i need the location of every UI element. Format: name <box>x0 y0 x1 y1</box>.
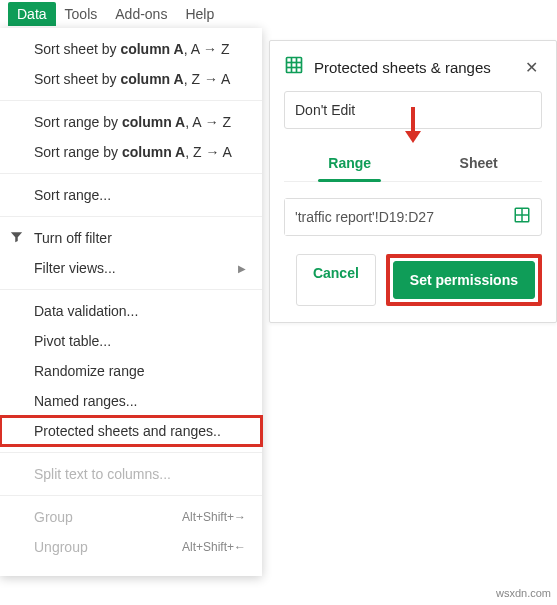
separator <box>0 289 262 290</box>
separator <box>0 173 262 174</box>
ungroup: Ungroup Alt+Shift+← <box>0 532 262 562</box>
sort-range[interactable]: Sort range... <box>0 180 262 210</box>
sort-sheet-za[interactable]: Sort sheet by column A, Z → A <box>0 64 262 94</box>
shortcut-text: Alt+Shift+← <box>182 540 246 554</box>
tabs: Range Sheet <box>284 145 542 182</box>
sort-range-za[interactable]: Sort range by column A, Z → A <box>0 137 262 167</box>
group: Group Alt+Shift+→ <box>0 502 262 532</box>
svg-marker-6 <box>405 131 421 143</box>
protected-sheets-panel: Protected sheets & ranges ✕ Range Sheet … <box>269 40 557 323</box>
tab-range[interactable]: Range <box>324 145 375 181</box>
pivot-table[interactable]: Pivot table... <box>0 326 262 356</box>
close-icon[interactable]: ✕ <box>521 56 542 79</box>
menu-tools[interactable]: Tools <box>56 2 107 26</box>
spreadsheet-icon <box>284 55 304 79</box>
select-range-icon[interactable] <box>503 200 541 234</box>
set-permissions-button[interactable]: Set permissions <box>393 261 535 299</box>
data-validation[interactable]: Data validation... <box>0 296 262 326</box>
filter-views[interactable]: Filter views... ▶ <box>0 253 262 283</box>
menubar: Data Tools Add-ons Help <box>0 0 557 28</box>
separator <box>0 100 262 101</box>
data-menu-dropdown: Sort sheet by column A, A → Z Sort sheet… <box>0 28 262 576</box>
cancel-button[interactable]: Cancel <box>296 254 376 306</box>
menu-data[interactable]: Data <box>8 2 56 26</box>
chevron-right-icon: ▶ <box>238 263 246 274</box>
annotation-arrow-icon <box>402 105 424 149</box>
menu-addons[interactable]: Add-ons <box>106 2 176 26</box>
menu-help[interactable]: Help <box>176 2 223 26</box>
randomize-range[interactable]: Randomize range <box>0 356 262 386</box>
separator <box>0 452 262 453</box>
tab-sheet[interactable]: Sheet <box>456 145 502 181</box>
sort-range-az[interactable]: Sort range by column A, A → Z <box>0 107 262 137</box>
annotation-highlight: Set permissions <box>386 254 542 306</box>
button-row: Cancel Set permissions <box>284 254 542 306</box>
separator <box>0 216 262 217</box>
range-input[interactable] <box>285 199 503 235</box>
filter-icon <box>9 229 24 247</box>
range-box <box>284 198 542 236</box>
named-ranges[interactable]: Named ranges... <box>0 386 262 416</box>
watermark: wsxdn.com <box>496 587 551 599</box>
sort-sheet-az[interactable]: Sort sheet by column A, A → Z <box>0 34 262 64</box>
turn-off-filter[interactable]: Turn off filter <box>0 223 262 253</box>
svg-rect-0 <box>287 58 302 73</box>
shortcut-text: Alt+Shift+→ <box>182 510 246 524</box>
panel-title: Protected sheets & ranges <box>314 59 521 76</box>
panel-header: Protected sheets & ranges ✕ <box>270 41 556 91</box>
split-text-to-columns: Split text to columns... <box>0 459 262 489</box>
separator <box>0 495 262 496</box>
protected-sheets-ranges[interactable]: Protected sheets and ranges.. <box>0 416 262 446</box>
